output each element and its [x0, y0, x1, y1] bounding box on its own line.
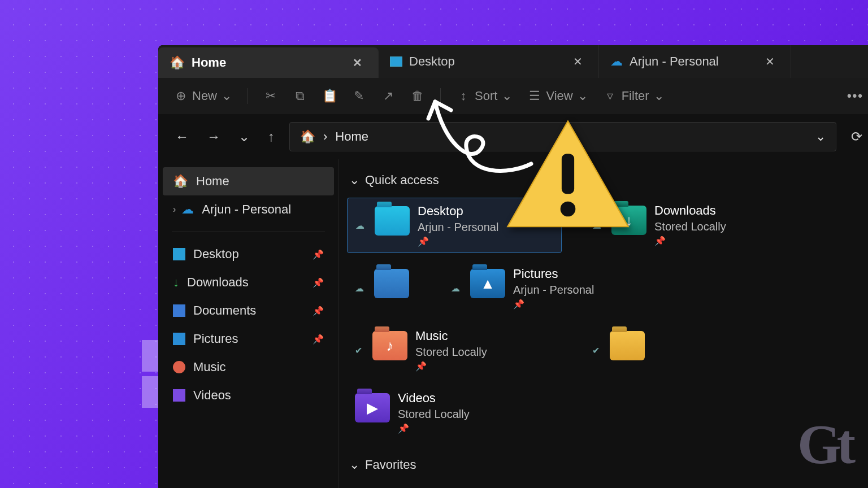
tile-subtitle: Arjun - Personal	[418, 221, 498, 234]
sidebar-item-home[interactable]: 🏠 Home	[163, 167, 334, 195]
separator	[248, 88, 248, 104]
share-icon[interactable]: ↗	[381, 89, 395, 103]
tile-meta: MusicStored Locally📌	[415, 329, 487, 372]
sync-status-icon: ☁	[355, 220, 364, 231]
sidebar-item-label: Pictures	[193, 332, 238, 346]
close-tab-icon[interactable]: ✕	[761, 53, 779, 71]
download-icon: ↓	[173, 275, 179, 290]
favorites-header[interactable]: ⌄ Favorites	[347, 454, 868, 482]
new-button[interactable]: ⊕ New ⌄	[174, 89, 232, 103]
filter-button[interactable]: ▿ Filter ⌄	[604, 89, 664, 103]
tab-bar: 🏠 Home ✕ Desktop ✕ ☁ Arjun - Personal ✕	[158, 45, 868, 78]
sidebar-item-label: Music	[193, 360, 225, 374]
cloud-icon: ☁	[181, 202, 194, 217]
refresh-button[interactable]: ⟳	[848, 125, 866, 148]
chevron-down-icon: ⌄	[349, 173, 359, 188]
videos-icon	[173, 389, 185, 402]
tile-subtitle: Stored Locally	[415, 346, 487, 359]
tile-meta: DownloadsStored Locally📌	[654, 203, 726, 246]
chevron-down-icon: ⌄	[578, 89, 588, 103]
chevron-down-icon[interactable]: ⌄	[815, 129, 826, 144]
music-icon	[173, 361, 185, 373]
desktop-icon	[390, 56, 402, 67]
warning-icon	[503, 119, 633, 232]
recent-dropdown[interactable]: ⌄	[235, 125, 253, 148]
folder-icon: ▶	[355, 393, 390, 422]
tab-desktop[interactable]: Desktop ✕	[379, 45, 599, 78]
tile-meta: DesktopArjun - Personal📌	[418, 204, 498, 247]
sync-status-icon: ☁	[355, 283, 364, 294]
sidebar-item-label: Documents	[193, 303, 256, 318]
folder-icon	[375, 206, 410, 236]
cloud-icon: ☁	[610, 54, 623, 69]
tile-name: Music	[415, 329, 487, 343]
divider	[172, 232, 325, 232]
sidebar-item-onedrive[interactable]: › ☁ Arjun - Personal	[163, 195, 334, 224]
desktop-icon	[173, 248, 185, 260]
tile-meta: PicturesArjun - Personal📌	[513, 267, 594, 310]
view-label: View	[546, 89, 572, 103]
plus-circle-icon: ⊕	[174, 89, 188, 103]
quick-access-tile[interactable]: ☁▲PicturesArjun - Personal📌	[443, 261, 658, 315]
sidebar-item-desktop[interactable]: Desktop 📌	[163, 240, 334, 268]
up-button[interactable]: ↑	[264, 125, 278, 148]
chevron-down-icon: ⌄	[222, 89, 232, 103]
sidebar: 🏠 Home › ☁ Arjun - Personal Desktop 📌 ↓ …	[158, 159, 339, 488]
more-button[interactable]: •••	[847, 89, 863, 103]
folder-icon: ♪	[372, 331, 407, 360]
quick-access-tile[interactable]: ✔♪MusicStored Locally📌	[347, 323, 562, 377]
section-title: Favorites	[365, 457, 416, 472]
sidebar-item-label: Arjun - Personal	[202, 202, 291, 217]
pin-icon: 📌	[398, 423, 470, 434]
close-tab-icon[interactable]: ✕	[348, 54, 367, 72]
copy-icon[interactable]: ⧉	[293, 89, 307, 103]
sidebar-item-pictures[interactable]: Pictures 📌	[163, 325, 334, 353]
pin-icon: 📌	[418, 236, 498, 247]
quick-access-grid: ☁DesktopArjun - Personal📌☁↓DownloadsStor…	[347, 198, 868, 439]
pin-icon: 📌	[654, 236, 726, 246]
pin-icon: 📌	[513, 299, 594, 310]
folder-icon	[374, 269, 409, 298]
home-icon: 🏠	[170, 55, 185, 70]
sidebar-item-label: Downloads	[187, 275, 249, 290]
sidebar-item-documents[interactable]: Documents 📌	[163, 297, 334, 325]
sidebar-item-label: Home	[196, 174, 229, 189]
tab-home[interactable]: 🏠 Home ✕	[158, 47, 379, 78]
pin-icon: 📌	[313, 277, 324, 288]
sidebar-item-downloads[interactable]: ↓ Downloads 📌	[163, 268, 334, 297]
tab-onedrive[interactable]: ☁ Arjun - Personal ✕	[599, 45, 791, 78]
tile-name: Videos	[398, 391, 470, 406]
home-icon: 🏠	[300, 129, 315, 144]
back-button[interactable]: ←	[172, 125, 192, 148]
chevron-right-icon[interactable]: ›	[173, 204, 176, 215]
tile-subtitle: Stored Locally	[398, 408, 470, 421]
tile-meta: VideosStored Locally📌	[398, 391, 470, 434]
documents-icon	[173, 304, 185, 317]
sync-status-icon: ☁	[451, 283, 460, 294]
quick-access-tile[interactable]: ✔	[584, 323, 658, 377]
quick-access-tile[interactable]: ☁	[347, 261, 420, 315]
tile-name: Downloads	[654, 203, 726, 218]
tile-name: Desktop	[418, 204, 498, 219]
gt-watermark: Gt	[797, 412, 851, 477]
sidebar-item-label: Desktop	[193, 247, 239, 262]
sidebar-item-videos[interactable]: Videos	[163, 381, 334, 409]
forward-button[interactable]: →	[203, 125, 224, 148]
chevron-down-icon: ⌄	[654, 89, 664, 103]
tile-name: Pictures	[513, 267, 594, 281]
sidebar-item-label: Videos	[193, 388, 231, 403]
quick-access-tile[interactable]: ▶VideosStored Locally📌	[347, 385, 562, 439]
favorite-item[interactable]: ☁ Transcript and Degree	[347, 482, 868, 488]
cut-icon[interactable]: ✂	[264, 89, 277, 103]
sync-status-icon: ✔	[592, 345, 600, 356]
folder-icon: ▲	[470, 269, 505, 298]
filter-label: Filter	[622, 89, 649, 103]
folder-icon	[610, 331, 645, 360]
sidebar-item-music[interactable]: Music	[163, 353, 334, 381]
rename-icon[interactable]: ✎	[352, 89, 366, 103]
tile-subtitle: Stored Locally	[654, 220, 726, 233]
svg-rect-1	[562, 154, 574, 194]
pin-icon: 📌	[313, 249, 324, 260]
close-tab-icon[interactable]: ✕	[568, 53, 587, 71]
paste-icon[interactable]: 📋	[323, 89, 336, 103]
